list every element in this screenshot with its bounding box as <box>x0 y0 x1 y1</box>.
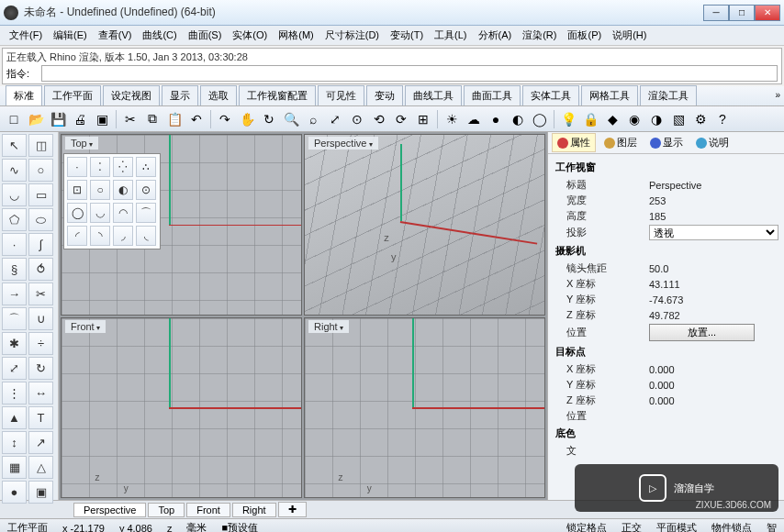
print-icon[interactable]: 🖨 <box>70 109 90 129</box>
render-icon[interactable]: ● <box>486 109 506 129</box>
array-tool-icon[interactable]: ⋮ <box>2 382 27 405</box>
toolbar-tab-7[interactable]: 变动 <box>366 85 403 105</box>
copy-icon[interactable]: ⧉ <box>142 109 162 129</box>
move-tool-icon[interactable]: ↔ <box>28 382 53 405</box>
popup-pt6-icon[interactable]: ○ <box>90 180 110 200</box>
popup-pt4-icon[interactable]: ∴ <box>136 157 156 177</box>
show-hide-icon[interactable]: ☀ <box>442 109 462 129</box>
command-input[interactable] <box>41 65 778 82</box>
menu-12[interactable]: 面板(P) <box>562 27 607 44</box>
popup-pt1-icon[interactable]: · <box>67 157 87 177</box>
spiral-tool-icon[interactable]: § <box>2 258 27 281</box>
menu-1[interactable]: 编辑(E) <box>48 27 93 44</box>
vp-tab-add-icon[interactable]: ✚ <box>278 502 307 517</box>
popup-pt8-icon[interactable]: ⊙ <box>136 180 156 200</box>
toolbar-tab-4[interactable]: 选取 <box>200 85 237 105</box>
toolbar-tab-9[interactable]: 曲面工具 <box>464 85 521 105</box>
menu-2[interactable]: 查看(V) <box>93 27 138 44</box>
history-icon[interactable]: ▧ <box>668 109 689 129</box>
menu-9[interactable]: 工具(L) <box>429 27 472 44</box>
sb-ortho[interactable]: 正交 <box>618 521 645 532</box>
offset-tool-icon[interactable]: ⥀ <box>28 258 53 281</box>
explode-tool-icon[interactable]: ✱ <box>2 332 27 355</box>
toolbar-tab-5[interactable]: 工作视窗配置 <box>239 85 316 105</box>
popup-pt5-icon[interactable]: ⊡ <box>67 180 87 200</box>
toolbar-tab-12[interactable]: 渲染工具 <box>640 85 697 105</box>
minimize-button[interactable]: ─ <box>703 5 729 21</box>
sb-osnap[interactable]: 物件锁点 <box>708 521 756 532</box>
menu-7[interactable]: 尺寸标注(D) <box>319 27 385 44</box>
sphere-icon[interactable]: ◯ <box>530 109 550 129</box>
point-tool-icon[interactable]: · <box>2 233 27 256</box>
viewport-front[interactable]: z y Front <box>61 317 302 499</box>
new-icon[interactable]: □ <box>4 109 24 129</box>
redo-icon[interactable]: ↷ <box>215 109 235 129</box>
material-icon[interactable]: ◆ <box>602 109 622 129</box>
render-prev-icon[interactable]: ◐ <box>508 109 528 129</box>
join-tool-icon[interactable]: ∪ <box>28 307 53 330</box>
zoom-extents-icon[interactable]: ⤢ <box>325 109 345 129</box>
curve-tool-icon[interactable]: ∫ <box>28 233 53 256</box>
toolbar-tab-11[interactable]: 网格工具 <box>581 85 638 105</box>
vp-tab-right[interactable]: Right <box>232 503 276 517</box>
lasso-tool-icon[interactable]: ◫ <box>28 134 53 157</box>
toolbar-tab-0[interactable]: 标准 <box>6 85 42 105</box>
sb-planar[interactable]: 平面模式 <box>653 521 700 532</box>
vp-tab-perspective[interactable]: Perspective <box>73 503 146 517</box>
close-button[interactable]: ✕ <box>755 5 780 21</box>
popup-pt10-icon[interactable]: ◡ <box>90 203 110 223</box>
place-camera-button[interactable]: 放置... <box>649 324 755 341</box>
scale-tool-icon[interactable]: ⤢ <box>2 357 27 380</box>
popup-pt16-icon[interactable]: ◟ <box>136 226 156 246</box>
popup-pt13-icon[interactable]: ◜ <box>67 226 87 246</box>
viewport-perspective-label[interactable]: Perspective <box>308 137 378 150</box>
toolbar-tab-1[interactable]: 工作平面 <box>44 85 101 105</box>
copy-layer-icon[interactable]: ▣ <box>92 109 112 129</box>
hatch-tool-icon[interactable]: ▦ <box>2 456 27 479</box>
vp-tab-top[interactable]: Top <box>148 503 185 517</box>
text-tool-icon[interactable]: T <box>28 406 53 429</box>
viewport-top[interactable]: Top ·⁚⁛∴⊡○◐⊙◯◡◠⌒◜◝◞◟ <box>61 134 302 316</box>
sb-unit[interactable]: 毫米 <box>183 521 210 532</box>
popup-pt3-icon[interactable]: ⁛ <box>113 157 133 177</box>
undo-view-icon[interactable]: ⟲ <box>369 109 389 129</box>
popup-pt15-icon[interactable]: ◞ <box>113 226 133 246</box>
analyze-tool-icon[interactable]: △ <box>28 456 53 479</box>
prop-projection-select[interactable]: 透视 <box>649 225 778 240</box>
tabstrip-overflow-icon[interactable]: » <box>775 90 780 100</box>
zoom-window-icon[interactable]: ⌕ <box>303 109 323 129</box>
menu-4[interactable]: 曲面(S) <box>183 27 228 44</box>
popup-pt9-icon[interactable]: ◯ <box>67 203 87 223</box>
popup-pt12-icon[interactable]: ⌒ <box>136 203 156 223</box>
mesh-tool-icon[interactable]: ▣ <box>28 481 53 504</box>
sb-snap[interactable]: 锁定格点 <box>563 521 610 532</box>
layers-icon[interactable]: ☁ <box>464 109 484 129</box>
sb-smart[interactable]: 智 <box>763 521 780 532</box>
viewport-top-label[interactable]: Top <box>65 137 98 150</box>
dim-tool-icon[interactable]: ↕ <box>2 431 27 454</box>
undo-icon[interactable]: ↶ <box>186 109 207 129</box>
open-icon[interactable]: 📂 <box>26 109 46 129</box>
options-icon[interactable]: ⚙ <box>690 109 711 129</box>
lock-mat-icon[interactable]: 🔒 <box>580 109 600 129</box>
color-icon[interactable]: ◉ <box>624 109 644 129</box>
rotate-view-icon[interactable]: ↻ <box>259 109 279 129</box>
leader-tool-icon[interactable]: ↗ <box>28 431 53 454</box>
pan-icon[interactable]: ✋ <box>237 109 257 129</box>
menu-0[interactable]: 文件(F) <box>4 27 48 44</box>
menu-10[interactable]: 分析(A) <box>473 27 518 44</box>
arc-tool-icon[interactable]: ◡ <box>2 183 27 206</box>
sb-layer[interactable]: ■预设值 <box>218 521 262 532</box>
sb-cplane[interactable]: 工作平面 <box>4 521 51 532</box>
menu-5[interactable]: 实体(O) <box>227 27 273 44</box>
zoom-in-icon[interactable]: 🔍 <box>281 109 301 129</box>
light-icon[interactable]: 💡 <box>558 109 578 129</box>
redo-view-icon[interactable]: ⟳ <box>391 109 411 129</box>
toolbar-tab-3[interactable]: 显示 <box>162 85 198 105</box>
panel-tab-说明[interactable]: 说明 <box>691 134 734 151</box>
panel-tab-图层[interactable]: 图层 <box>599 134 642 151</box>
panel-tab-显示[interactable]: 显示 <box>645 134 688 151</box>
paste-icon[interactable]: 📋 <box>164 109 185 129</box>
menu-8[interactable]: 变动(T) <box>385 27 429 44</box>
toolbar-tab-10[interactable]: 实体工具 <box>522 85 579 105</box>
